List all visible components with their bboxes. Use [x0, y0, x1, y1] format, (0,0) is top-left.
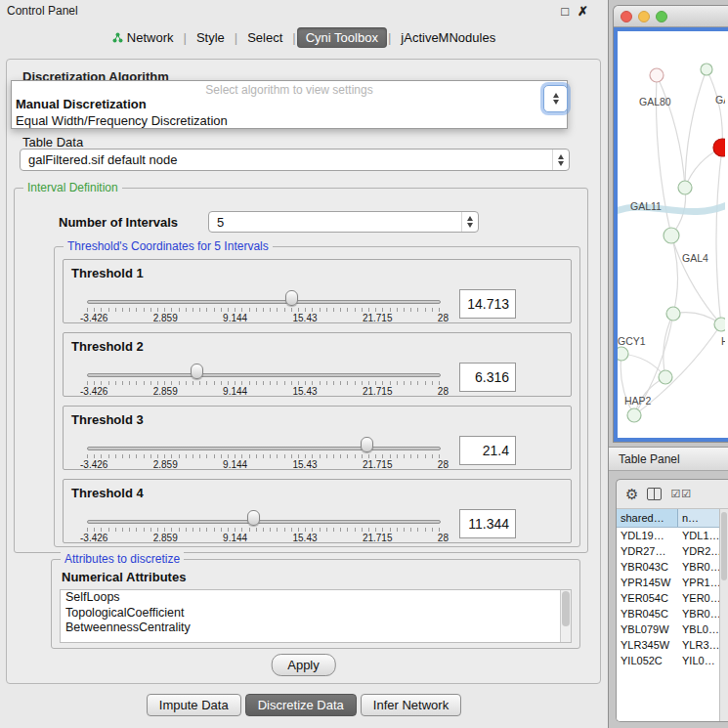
- scale-label: -3.426: [80, 386, 107, 397]
- network-node[interactable]: [678, 181, 692, 194]
- network-node[interactable]: [666, 307, 680, 321]
- column-header-1[interactable]: n…: [678, 509, 719, 527]
- network-canvas[interactable]: GAL80GAGAL11GAL4GCY1HHAP2: [614, 27, 728, 442]
- scale-label: 2.859: [153, 533, 178, 543]
- tab-select[interactable]: Select: [238, 27, 291, 48]
- table-row[interactable]: YBR043CYBR0…: [617, 559, 719, 575]
- table-cell: YDL19…: [617, 530, 678, 541]
- table-row[interactable]: YBL079WYBL0…: [617, 621, 719, 637]
- table-cell: YBR0…: [678, 561, 719, 573]
- network-edge: [671, 236, 678, 314]
- table-header-row: shared…n…: [617, 509, 719, 528]
- node-label: GAL80: [639, 96, 671, 107]
- table-cell: YPR1…: [678, 577, 719, 588]
- table-row[interactable]: YDR27…YDR2…: [617, 543, 719, 559]
- attributes-scrollbar[interactable]: [560, 590, 571, 642]
- table-row[interactable]: YPR145WYPR1…: [617, 575, 719, 590]
- threshold-value-field[interactable]: 14.713: [459, 289, 516, 319]
- network-node[interactable]: [627, 408, 641, 422]
- tab-cyni-toolbox[interactable]: Cyni Toolbox: [297, 27, 387, 48]
- table-cell: YBL079W: [617, 623, 678, 635]
- table-row[interactable]: YIL052CYIL0…: [617, 653, 719, 668]
- scale-label: 28: [438, 313, 449, 323]
- num-intervals-combo[interactable]: 5: [208, 211, 479, 233]
- right-panel: GAL80GAGAL11GAL4GCY1HHAP2 Table Panel ⚙ …: [609, 0, 728, 728]
- columns-icon[interactable]: [647, 488, 662, 500]
- float-window-icon[interactable]: □: [561, 4, 569, 19]
- algorithm-option-equal-width-frequency-discretization[interactable]: Equal Width/Frequency Discretization: [12, 112, 567, 129]
- tab-jactivemnodules[interactable]: jActiveMNodules: [392, 27, 504, 48]
- table-panel-titlebar: Table Panel: [609, 447, 728, 471]
- table-cell: YBL0…: [678, 623, 719, 635]
- algorithm-option-manual-discretization[interactable]: Manual Discretization: [12, 96, 567, 112]
- table-row[interactable]: YLR345WYLR3…: [617, 637, 719, 653]
- node-label: GA: [715, 94, 725, 106]
- scrollbar-thumb[interactable]: [562, 591, 570, 626]
- tab-infer-network[interactable]: Infer Network: [361, 694, 461, 716]
- threshold-slider[interactable]: -3.4262.8599.14415.4321.71528: [87, 509, 441, 542]
- slider-ticks: [87, 454, 441, 458]
- table-panel-title: Table Panel: [619, 452, 680, 466]
- threshold-slider[interactable]: -3.4262.8599.14415.4321.71528: [87, 289, 441, 322]
- network-window: GAL80GAGAL11GAL4GCY1HHAP2: [613, 5, 728, 443]
- network-node[interactable]: [701, 64, 712, 75]
- combo-spinner-icon: [552, 150, 569, 170]
- network-edge: [707, 69, 722, 148]
- table-cell: YDR2…: [678, 545, 719, 557]
- list-item-betweennesscentrality[interactable]: BetweennessCentrality: [61, 621, 571, 636]
- scale-label: 9.144: [223, 313, 247, 323]
- zoom-traffic-light-icon[interactable]: [656, 11, 667, 22]
- slider-thumb[interactable]: [361, 437, 373, 452]
- tab-network[interactable]: Network: [104, 27, 183, 48]
- slider-thumb[interactable]: [247, 510, 260, 526]
- network-node[interactable]: [618, 347, 628, 361]
- threshold-value-field[interactable]: 6.316: [459, 363, 516, 392]
- scale-label: 21.715: [363, 459, 393, 470]
- tab-discretize-data[interactable]: Discretize Data: [245, 694, 357, 716]
- tab-style[interactable]: Style: [188, 27, 234, 48]
- network-node[interactable]: [713, 139, 725, 156]
- network-canvas-svg: GAL80GAGAL11GAL4GCY1HHAP2: [618, 31, 725, 440]
- threshold-label: Threshold 1: [71, 266, 144, 280]
- close-traffic-light-icon[interactable]: [621, 11, 632, 22]
- threshold-slider[interactable]: -3.4262.8599.14415.4321.71528: [87, 436, 441, 469]
- network-node[interactable]: [714, 318, 725, 331]
- table-scrollbar[interactable]: [719, 509, 728, 721]
- slider-track: [87, 520, 441, 524]
- table-row[interactable]: YDL19…YDL1…: [617, 528, 719, 543]
- network-node[interactable]: [659, 370, 672, 384]
- table-row[interactable]: YBR045CYBR0…: [617, 606, 719, 621]
- table-data-combo[interactable]: galFiltered.sif default node: [20, 149, 570, 171]
- list-item-selfloops[interactable]: SelfLoops: [61, 590, 571, 606]
- table-data-value: galFiltered.sif default node: [21, 152, 552, 167]
- slider-thumb[interactable]: [191, 364, 203, 379]
- node-label: HAP2: [624, 395, 652, 407]
- select-columns-icons[interactable]: ☑☑: [670, 488, 692, 500]
- network-node[interactable]: [650, 68, 664, 82]
- column-header-0[interactable]: shared…: [617, 509, 678, 527]
- close-icon[interactable]: ✗: [578, 4, 588, 19]
- table-row[interactable]: YER054CYER0…: [617, 590, 719, 606]
- gear-icon[interactable]: ⚙: [625, 486, 638, 503]
- minimize-traffic-light-icon[interactable]: [638, 11, 650, 22]
- tab-impute-data[interactable]: Impute Data: [147, 694, 241, 716]
- table-cell: YBR0…: [678, 608, 719, 620]
- scrollbar-thumb[interactable]: [721, 512, 727, 580]
- table-cell: YER054C: [617, 592, 678, 604]
- table-cell: YIL0…: [678, 655, 719, 666]
- slider-thumb[interactable]: [285, 290, 298, 306]
- threshold-slider[interactable]: -3.4262.8599.14415.4321.71528: [87, 363, 441, 396]
- threshold-value-field[interactable]: 21.4: [459, 436, 516, 465]
- threshold-value-field[interactable]: 11.344: [459, 509, 516, 538]
- combo-down-arrow-icon: [467, 223, 473, 228]
- slider-ticks: [87, 528, 441, 532]
- table-window: ⚙ ☑☑ shared…n… YDL19…YDL1…YDR27…YDR2…YBR…: [616, 479, 728, 722]
- list-item-topologicalcoefficient[interactable]: TopologicalCoefficient: [61, 606, 571, 621]
- network-edge: [685, 69, 707, 188]
- algorithm-combo-button[interactable]: [543, 85, 568, 112]
- tab-separator: |: [291, 30, 296, 45]
- network-edge: [716, 148, 722, 324]
- threshold-panel: Threshold 1-3.4262.8599.14415.4321.71528…: [63, 259, 572, 323]
- apply-button[interactable]: Apply: [271, 654, 336, 676]
- network-node[interactable]: [664, 228, 679, 243]
